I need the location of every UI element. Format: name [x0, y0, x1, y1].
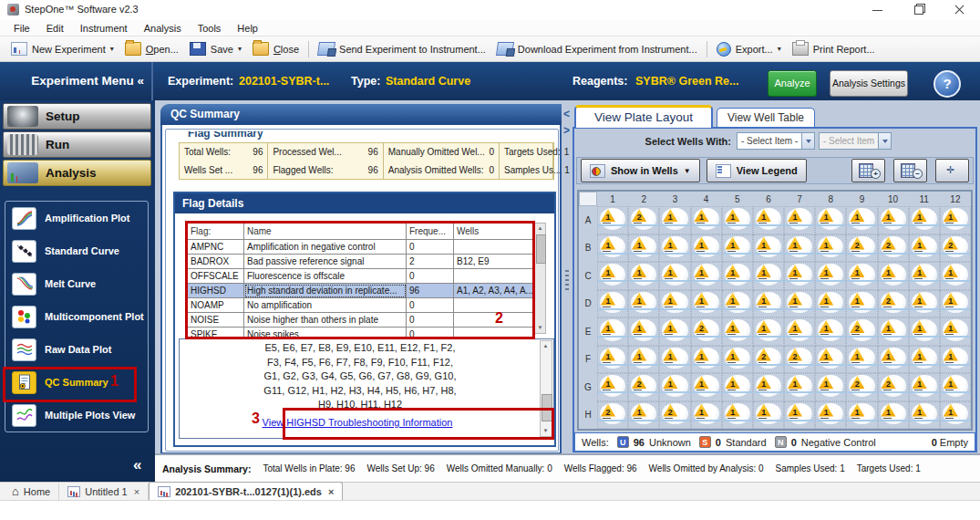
well-C7[interactable]: 1: [784, 262, 815, 290]
collapse-left-icon[interactable]: <: [563, 108, 570, 120]
menu-edit[interactable]: Edit: [38, 23, 72, 34]
well-C2[interactable]: 1: [628, 262, 659, 290]
help-icon[interactable]: ?: [934, 70, 961, 98]
well-G9[interactable]: 2: [846, 373, 877, 401]
sidebar-item-multicomponent-plot[interactable]: Multicomponent Plot: [5, 300, 148, 333]
well-E1[interactable]: 1: [597, 317, 628, 346]
well-F7[interactable]: 2: [784, 346, 815, 374]
well-E2[interactable]: 1: [628, 317, 659, 346]
well-E6[interactable]: 1: [753, 317, 784, 346]
close-tab-icon[interactable]: ×: [134, 486, 139, 497]
well-E4[interactable]: 2: [691, 317, 722, 346]
fit-plate-button[interactable]: ✛: [935, 159, 969, 182]
well-H12[interactable]: 1: [940, 401, 971, 430]
well-D2[interactable]: 1: [628, 290, 659, 318]
show-in-wells-button[interactable]: Show in Wells ▼: [581, 159, 700, 182]
well-C1[interactable]: 1: [597, 262, 628, 290]
well-E9[interactable]: 2: [846, 317, 877, 346]
well-C6[interactable]: 1: [753, 262, 784, 290]
chevron-down-icon[interactable]: [801, 133, 814, 149]
well-G1[interactable]: 1: [597, 373, 628, 401]
panel-splitter[interactable]: < >: [562, 104, 573, 453]
menu-instrument[interactable]: Instrument: [72, 23, 136, 34]
experiment-menu-header[interactable]: Experiment Menu «: [0, 62, 153, 100]
tab-experiment-file[interactable]: 202101-SYBR-t...0127(1)(1).eds×: [149, 482, 343, 500]
well-B8[interactable]: 1: [815, 234, 846, 263]
tab-view-well-table[interactable]: View Well Table: [717, 108, 815, 128]
well-B7[interactable]: 1: [784, 234, 815, 263]
view-legend-button[interactable]: View Legend: [707, 159, 807, 182]
well-F6[interactable]: 2: [753, 346, 784, 374]
well-B1[interactable]: 1: [597, 234, 628, 263]
well-G8[interactable]: 1: [815, 373, 846, 401]
tab-untitled[interactable]: Untitled 1×: [59, 484, 149, 500]
well-H3[interactable]: 2: [659, 401, 690, 430]
menu-file[interactable]: File: [5, 23, 38, 34]
well-D3[interactable]: 1: [659, 290, 690, 318]
well-C12[interactable]: 1: [940, 262, 971, 290]
sidebar-item-amplification-plot[interactable]: Amplification Plot: [5, 202, 148, 234]
well-G12[interactable]: 1: [940, 373, 971, 401]
well-E10[interactable]: 1: [878, 317, 909, 346]
well-D7[interactable]: 1: [784, 290, 815, 318]
sidebar-section-run[interactable]: Run: [3, 131, 151, 158]
well-B5[interactable]: 1: [722, 234, 753, 263]
send-experiment-button[interactable]: Send Experiment to Instrument...: [313, 39, 491, 58]
minimize-icon[interactable]: [857, 0, 898, 20]
well-B4[interactable]: 1: [691, 234, 722, 263]
well-B2[interactable]: 1: [628, 234, 659, 263]
well-A8[interactable]: 1: [815, 206, 846, 234]
maximize-icon[interactable]: [898, 0, 939, 20]
well-D10[interactable]: 2: [878, 290, 909, 318]
well-F3[interactable]: 1: [659, 346, 690, 374]
well-E12[interactable]: 1: [940, 317, 971, 346]
close-tab-icon[interactable]: ×: [328, 486, 334, 497]
scroll-up-icon[interactable]: ▲: [541, 341, 551, 351]
tab-view-plate-layout[interactable]: View Plate Layout: [574, 105, 713, 128]
well-A5[interactable]: 1: [722, 206, 753, 234]
close-icon[interactable]: [939, 0, 980, 20]
splitter-grip[interactable]: [565, 270, 569, 290]
sidebar-item-standard-curve[interactable]: Standard Curve: [5, 234, 148, 267]
well-G2[interactable]: 2: [628, 373, 659, 401]
well-B10[interactable]: 2: [878, 234, 909, 263]
menu-analysis[interactable]: Analysis: [136, 23, 190, 34]
well-G6[interactable]: 1: [753, 373, 784, 401]
well-F12[interactable]: 1: [940, 346, 971, 374]
export-button[interactable]: Export...▾: [711, 39, 787, 59]
analysis-settings-button[interactable]: Analysis Settings: [830, 70, 908, 97]
well-G11[interactable]: 1: [909, 373, 940, 401]
well-F10[interactable]: 1: [878, 346, 909, 374]
well-D8[interactable]: 1: [815, 290, 846, 318]
sidebar-section-analysis[interactable]: Analysis: [3, 160, 151, 186]
well-A7[interactable]: 1: [784, 206, 815, 234]
well-F2[interactable]: 1: [628, 346, 659, 374]
well-C4[interactable]: 1: [691, 262, 722, 290]
save-button[interactable]: Save▾: [184, 39, 247, 58]
well-B11[interactable]: 1: [909, 234, 940, 263]
well-C8[interactable]: 1: [815, 262, 846, 290]
well-G7[interactable]: 1: [784, 373, 815, 401]
sidebar-item-melt-curve[interactable]: Melt Curve: [5, 267, 148, 300]
scrollbar-thumb[interactable]: [536, 234, 546, 264]
well-E3[interactable]: 1: [659, 317, 690, 346]
sidebar-section-setup[interactable]: Setup: [3, 103, 151, 130]
well-D11[interactable]: 1: [909, 290, 940, 318]
well-B6[interactable]: 1: [753, 234, 784, 263]
menu-help[interactable]: Help: [229, 23, 266, 34]
well-H5[interactable]: 1: [722, 401, 753, 430]
well-B9[interactable]: 2: [846, 234, 877, 263]
well-D5[interactable]: 1: [722, 290, 753, 318]
sidebar-collapse-icon[interactable]: «: [133, 456, 141, 474]
well-C3[interactable]: 1: [659, 262, 690, 290]
download-experiment-button[interactable]: Download Experiment from Instrument...: [491, 39, 703, 58]
well-F11[interactable]: 1: [909, 346, 940, 374]
well-G10[interactable]: 2: [878, 373, 909, 401]
well-A2[interactable]: 2: [628, 206, 659, 234]
well-C9[interactable]: 1: [846, 262, 877, 290]
well-C10[interactable]: 1: [878, 262, 909, 290]
well-A9[interactable]: 1: [846, 206, 877, 234]
well-B3[interactable]: 1: [659, 234, 690, 263]
close-button[interactable]: Close: [247, 39, 304, 58]
well-A6[interactable]: 1: [753, 206, 784, 234]
